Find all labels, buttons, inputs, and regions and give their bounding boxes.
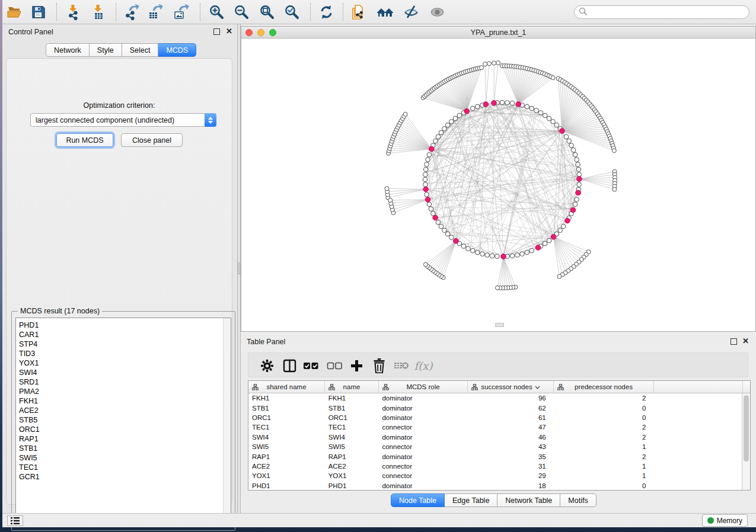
table-cell: 1 — [553, 463, 653, 470]
optimization-criterion-dropdown[interactable]: largest connected component (undirected) — [30, 113, 216, 127]
toolbar-separator — [310, 3, 311, 21]
mcds-result-item[interactable]: ACE2 — [16, 406, 222, 415]
network-canvas[interactable] — [241, 39, 755, 331]
run-mcds-button[interactable]: Run MCDS — [56, 133, 113, 147]
memory-status-icon — [707, 517, 714, 524]
table-row[interactable]: ORC1ORC1dominator610 — [248, 413, 742, 422]
column-header-successor-nodes[interactable]: successor nodes — [468, 381, 554, 393]
mcds-result-item[interactable]: SWI5 — [16, 453, 222, 463]
mcds-result-item[interactable]: YOX1 — [16, 358, 222, 368]
table-tabs: Node TableEdge TableNetwork TableMotifs — [391, 493, 596, 507]
mcds-result-item[interactable]: ORC1 — [16, 425, 222, 434]
table-row[interactable]: STB1STB1dominator620 — [248, 403, 742, 412]
home-icon[interactable] — [375, 2, 395, 22]
tab-motifs[interactable]: Motifs — [560, 493, 596, 507]
table-row[interactable]: TEC1TEC1connector472 — [248, 422, 742, 432]
close-panel-icon[interactable]: ✕ — [226, 27, 232, 36]
mcds-result-item[interactable]: GCR1 — [16, 472, 222, 482]
hide-selected-icon[interactable] — [401, 2, 421, 22]
tab-node-table[interactable]: Node Table — [391, 493, 445, 507]
column-header-MCDS-role[interactable]: MCDS role — [379, 381, 468, 393]
table-cell: 2 — [553, 434, 653, 441]
tab-style[interactable]: Style — [90, 43, 122, 57]
search-box[interactable] — [574, 5, 749, 19]
column-header-name[interactable]: name — [325, 381, 379, 393]
export-table-icon[interactable] — [145, 2, 165, 22]
mcds-result-item[interactable]: RAP1 — [16, 434, 222, 444]
table-row[interactable]: PHD1PHD1dominator180 — [248, 481, 742, 490]
export-image-icon[interactable] — [171, 2, 191, 22]
mcds-result-item[interactable]: FKH1 — [16, 396, 222, 406]
mcds-result-item[interactable]: SRD1 — [16, 377, 222, 387]
dropdown-stepper-icon — [205, 113, 216, 127]
refresh-icon[interactable] — [316, 2, 336, 22]
table-cell: RAP1 — [325, 453, 379, 460]
table-cell: YOX1 — [325, 472, 379, 479]
share-document-icon[interactable] — [348, 2, 368, 22]
network-window-titlebar[interactable]: YPA_prune.txt_1 — [241, 27, 755, 39]
save-session-icon[interactable] — [28, 2, 48, 22]
column-header-empty — [654, 381, 743, 393]
column-icon — [252, 384, 259, 392]
splitter-grip-icon[interactable] — [238, 262, 240, 274]
column-icon — [382, 384, 389, 392]
table-row[interactable]: SWI4SWI4dominator462 — [248, 432, 742, 442]
zoom-selected-icon[interactable] — [282, 2, 302, 22]
mcds-result-item[interactable]: PHD1 — [16, 321, 222, 330]
tab-select[interactable]: Select — [122, 43, 159, 57]
tab-mcds[interactable]: MCDS — [158, 43, 196, 57]
table-row[interactable]: ACE2ACE2connector311 — [248, 462, 742, 471]
mcds-result-item[interactable]: CAR1 — [16, 330, 222, 339]
tab-network-table[interactable]: Network Table — [497, 493, 560, 507]
tab-edge-table[interactable]: Edge Table — [445, 493, 497, 507]
table-scrollbar-thumb[interactable] — [744, 395, 749, 462]
mcds-result-item[interactable]: SWI4 — [16, 368, 222, 377]
show-all-icon[interactable] — [427, 2, 447, 22]
table-row[interactable]: RAP1RAP1dominator352 — [248, 451, 742, 461]
zoom-fit-icon[interactable] — [257, 2, 277, 22]
mcds-result-list[interactable]: PHD1CAR1STP4TID3YOX1SWI4SRD1PMA2FKH1ACE2… — [15, 318, 231, 527]
search-input[interactable] — [590, 8, 738, 17]
zoom-in-icon[interactable] — [206, 2, 227, 22]
column-header-predecessor-nodes[interactable]: predecessor nodes — [554, 381, 654, 393]
import-network-icon[interactable] — [63, 2, 83, 22]
table-row[interactable]: FKH1FKH1dominator962 — [248, 393, 742, 403]
close-table-panel-icon[interactable]: ✕ — [742, 336, 749, 346]
memory-button[interactable]: Memory — [702, 514, 748, 527]
table-row[interactable]: YOX1YOX1connector291 — [248, 471, 742, 480]
delete-row-icon[interactable] — [369, 355, 389, 376]
export-network-icon[interactable] — [122, 2, 142, 22]
zoom-out-icon[interactable] — [231, 2, 251, 22]
add-row-icon[interactable] — [346, 355, 366, 376]
float-table-panel-icon[interactable] — [731, 338, 737, 345]
function-builder-icon: f(x) — [413, 355, 433, 376]
table-cell: connector — [378, 443, 467, 450]
table-cell: SWI4 — [248, 434, 325, 441]
mcds-result-item[interactable]: TID3 — [16, 349, 222, 358]
columns-icon[interactable] — [279, 355, 299, 376]
select-all-icon[interactable] — [301, 355, 321, 376]
table-row[interactable]: SWI5SWI5connector431 — [248, 442, 742, 451]
tab-network[interactable]: Network — [46, 43, 90, 57]
table-cell: dominator — [378, 482, 467, 489]
mcds-result-item[interactable]: STB1 — [16, 444, 222, 453]
mcds-result-legend: MCDS result (17 nodes) — [18, 307, 102, 315]
column-header-shared-name[interactable]: shared name — [248, 381, 325, 393]
show-panels-button[interactable] — [7, 515, 23, 526]
mcds-result-item[interactable]: PMA2 — [16, 387, 222, 396]
import-table-icon[interactable] — [88, 2, 108, 22]
mcds-result-item[interactable]: STB5 — [16, 415, 222, 425]
mcds-result-item[interactable]: TEC1 — [16, 463, 222, 472]
open-file-icon[interactable] — [4, 2, 24, 22]
table-cell: 96 — [467, 395, 553, 402]
mcds-result-item[interactable]: STP4 — [16, 339, 222, 349]
float-panel-icon[interactable] — [213, 28, 220, 35]
gear-icon[interactable] — [257, 355, 277, 376]
table-scrollbar[interactable] — [742, 393, 750, 490]
deselect-all-icon[interactable] — [324, 355, 344, 376]
dropdown-value: largest connected component (undirected) — [31, 116, 205, 124]
result-list-scrollbar[interactable] — [223, 318, 231, 526]
search-icon — [579, 7, 587, 18]
canvas-splitter-grip-icon[interactable] — [495, 323, 504, 327]
close-panel-button[interactable]: Close panel — [121, 133, 183, 147]
